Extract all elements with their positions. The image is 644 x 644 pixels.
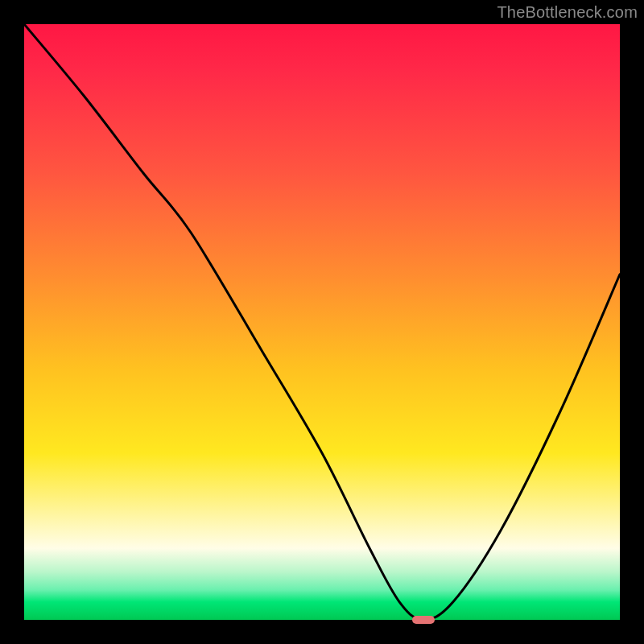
chart-container: TheBottleneck.com — [0, 0, 644, 644]
min-marker — [412, 616, 435, 624]
watermark-text: TheBottleneck.com — [497, 3, 638, 22]
plot-area — [24, 24, 620, 620]
bottleneck-curve — [24, 24, 620, 620]
